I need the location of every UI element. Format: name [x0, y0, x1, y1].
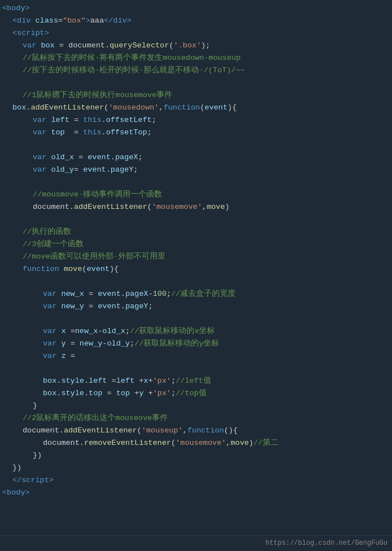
- code-text: .: [56, 387, 61, 400]
- code-text: var: [33, 126, 46, 139]
- code-text: box: [12, 102, 26, 114]
- code-text: //按下去的时候移动·松开的时候·那么就是不移动·/(ToT)/~~: [23, 64, 245, 77]
- code-text: x: [61, 325, 66, 338]
- code-text: </div>: [104, 15, 132, 27]
- code-text: +: [148, 375, 153, 387]
- code-text: var: [43, 350, 56, 362]
- line-blank1: [0, 77, 392, 89]
- code-text: //获取鼠标移动的y坐标: [134, 338, 219, 350]
- line-27: //2鼠标离开的话移出这个mouseove事件: [0, 412, 392, 425]
- code-text: new_y: [61, 300, 84, 313]
- code-text: this: [83, 114, 101, 126]
- code-text: document.: [33, 201, 74, 213]
- code-text: ;: [167, 288, 171, 300]
- code-text: .: [121, 288, 125, 300]
- code-text: //减去盒子的宽度: [171, 288, 236, 300]
- code-text: (: [169, 40, 173, 52]
- code-text: <script>: [12, 27, 49, 40]
- line-blank4: [0, 213, 392, 226]
- code-text: .: [121, 300, 125, 313]
- code-editor: <body> <div class = "box" > aaa </div> <…: [0, 0, 392, 501]
- line-2: <div class = "box" > aaa </div>: [0, 15, 392, 27]
- code-text: var: [33, 114, 46, 126]
- code-text: 'mouseup': [142, 425, 183, 437]
- code-text: addEventListener: [31, 102, 104, 114]
- code-text: ;: [138, 151, 142, 164]
- code-text: (: [147, 201, 152, 213]
- footer-bar: https://blog.csdn.net/GengFuGu: [0, 535, 392, 551]
- code-text: event: [83, 164, 106, 176]
- code-text: //执行的函数: [23, 226, 71, 238]
- code-text: 'mousemove': [152, 201, 202, 213]
- code-text: document.: [43, 437, 84, 449]
- code-text: "box": [63, 15, 86, 27]
- code-text: -: [102, 338, 107, 350]
- code-text: event: [88, 151, 111, 164]
- code-text: (){: [224, 425, 238, 437]
- line-6: //按下去的时候移动·松开的时候·那么就是不移动·/(ToT)/~~: [0, 64, 392, 77]
- code-text: new_x: [75, 325, 98, 338]
- code-text: }): [33, 449, 42, 462]
- code-text: </script>: [12, 474, 54, 487]
- code-text: pageY: [125, 300, 149, 313]
- line-31: }): [0, 462, 392, 474]
- line-16: //3创建一个函数: [0, 238, 392, 251]
- code-text: //left值: [176, 375, 211, 387]
- code-text: .: [106, 164, 111, 176]
- code-text: var: [43, 325, 56, 338]
- code-text: +: [143, 387, 153, 400]
- line-29: document. removeEventListener ( 'mousemo…: [0, 437, 392, 449]
- code-text: box: [41, 40, 54, 52]
- code-text: move: [207, 201, 225, 213]
- line-30: }): [0, 449, 392, 462]
- code-text: =: [102, 387, 116, 400]
- code-text: ,: [159, 102, 163, 114]
- code-text: class: [36, 15, 59, 27]
- code-text: x: [143, 375, 148, 387]
- line-blank5: [0, 276, 392, 288]
- line-19: var new_x = event . pageX - 100 ; //减去盒子…: [0, 288, 392, 300]
- code-text: offsetTop: [106, 126, 147, 139]
- code-text: <body>: [2, 487, 30, 499]
- code-text: (: [137, 425, 142, 437]
- line-18: function move ( event ){: [0, 263, 392, 276]
- line-8: box . addEventListener ( 'mousedown' , f…: [0, 102, 392, 114]
- code-text: ): [225, 201, 229, 213]
- code-text: offsetLeft: [106, 114, 152, 126]
- code-text: =: [66, 350, 75, 362]
- code-text: ;: [125, 325, 130, 338]
- code-text: var: [33, 164, 46, 176]
- code-text: (: [82, 263, 86, 276]
- code-text: addEventListener: [74, 201, 147, 213]
- code-text: (: [171, 437, 176, 449]
- code-text: left: [89, 375, 107, 387]
- line-7: //1鼠标摁下去的时候执行mousemove事件: [0, 89, 392, 102]
- code-text: function: [188, 425, 224, 437]
- code-text: style: [61, 375, 84, 387]
- line-21: var x = new_x - old_x ; //获取鼠标移动的x坐标: [0, 325, 392, 338]
- code-text: old_y: [51, 164, 74, 176]
- code-text: (: [104, 102, 108, 114]
- code-text: querySelector: [110, 40, 169, 52]
- code-text: 'px': [153, 387, 171, 400]
- line-32: </script>: [0, 474, 392, 487]
- code-text: //3创建一个函数: [23, 238, 84, 251]
- code-text: new_x: [61, 288, 84, 300]
- code-text: 'mousemove': [176, 437, 226, 449]
- line-12: var old_y = event . pageY ;: [0, 164, 392, 176]
- code-text: old_x: [51, 151, 74, 164]
- code-text: //move函数可以使用外部·外部不可用里: [23, 251, 165, 263]
- code-text: left: [116, 375, 134, 387]
- code-text: addEventListener: [64, 425, 137, 437]
- line-28: document. addEventListener ( 'mouseup' ,…: [0, 425, 392, 437]
- line-23: var z =: [0, 350, 392, 362]
- line-blank7: [0, 362, 392, 375]
- code-text: .: [56, 375, 61, 387]
- code-text: pageX: [125, 288, 149, 300]
- line-20: var new_y = event . pageY ;: [0, 300, 392, 313]
- line-blank3: [0, 176, 392, 189]
- code-text: top: [116, 387, 130, 400]
- code-text: old_x: [102, 325, 125, 338]
- code-text: left: [51, 114, 69, 126]
- line-4: var box = document. querySelector ( '.bo…: [0, 40, 392, 52]
